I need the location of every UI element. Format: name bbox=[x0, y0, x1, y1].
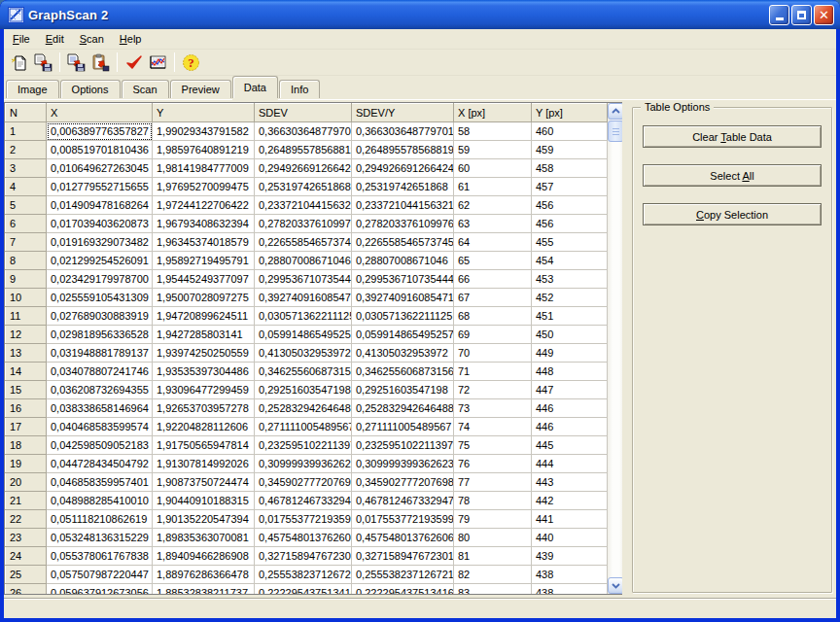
save-file-button[interactable] bbox=[31, 51, 55, 74]
table-cell[interactable]: 0,309999399362623 bbox=[352, 455, 454, 473]
table-cell[interactable]: 447 bbox=[532, 381, 608, 399]
table-cell[interactable]: 0,027689030883919 bbox=[47, 307, 153, 326]
clear-table-data-button[interactable]: Clear Table Data bbox=[643, 125, 822, 148]
table-cell[interactable]: 58 bbox=[454, 122, 532, 141]
table-cell[interactable]: 0,294926691266424 bbox=[255, 159, 352, 178]
table-cell[interactable]: 0,366303648779701 bbox=[352, 122, 454, 141]
table-cell[interactable]: 0,038338658146964 bbox=[47, 399, 153, 418]
column-header[interactable]: X [px] bbox=[454, 104, 532, 122]
table-cell[interactable]: 0,309999399362623 bbox=[255, 455, 352, 473]
tab-data[interactable]: Data bbox=[232, 76, 278, 98]
table-cell[interactable]: 0,255538237126721 bbox=[352, 566, 454, 584]
row-number[interactable]: 25 bbox=[6, 566, 47, 584]
table-cell[interactable]: 1,93974250250559 bbox=[153, 344, 255, 363]
table-cell[interactable]: 1,95007028097275 bbox=[153, 289, 255, 307]
table-cell[interactable]: 0,271111005489567 bbox=[255, 418, 352, 436]
tab-options[interactable]: Options bbox=[60, 80, 121, 98]
table-cell[interactable]: 1,98141984777009 bbox=[153, 159, 255, 178]
table-cell[interactable]: 0,059637912673056 bbox=[47, 584, 153, 596]
row-number[interactable]: 7 bbox=[6, 233, 47, 252]
export-to-file-button[interactable] bbox=[64, 51, 88, 74]
table-cell[interactable]: 448 bbox=[532, 363, 608, 381]
table-cell[interactable]: 0,299536710735444 bbox=[352, 270, 454, 289]
table-cell[interactable]: 460 bbox=[532, 122, 608, 141]
table-cell[interactable]: 1,93096477299459 bbox=[153, 381, 255, 399]
table-cell[interactable]: 1,94720899624511 bbox=[153, 307, 255, 326]
table-cell[interactable]: 0,010649627263045 bbox=[47, 159, 153, 178]
row-number[interactable]: 6 bbox=[6, 215, 47, 233]
table-cell[interactable]: 453 bbox=[532, 270, 608, 289]
table-cell[interactable]: 452 bbox=[532, 289, 608, 307]
row-number[interactable]: 15 bbox=[6, 381, 47, 399]
table-cell[interactable]: 0,467812467332947 bbox=[255, 492, 352, 510]
table-cell[interactable]: 451 bbox=[532, 307, 608, 326]
table-cell[interactable]: 458 bbox=[532, 159, 608, 178]
table-cell[interactable]: 0,051118210862619 bbox=[47, 510, 153, 529]
table-cell[interactable]: 0,048988285410010 bbox=[47, 492, 153, 510]
table-cell[interactable]: 81 bbox=[454, 547, 532, 566]
maximize-button[interactable] bbox=[791, 5, 812, 25]
table-cell[interactable]: 0,264895578568819 bbox=[352, 141, 454, 159]
table-cell[interactable]: 1,98597640891219 bbox=[153, 141, 255, 159]
table-cell[interactable]: 0,226558546573745 bbox=[352, 233, 454, 252]
table-cell[interactable]: 1,92204828112606 bbox=[153, 418, 255, 436]
table-cell[interactable]: 0,392740916085471 bbox=[352, 289, 454, 307]
table-cell[interactable]: 64 bbox=[454, 233, 532, 252]
table-cell[interactable]: 0,030571362211125 bbox=[352, 307, 454, 326]
table-cell[interactable]: 0,059914865495257 bbox=[352, 326, 454, 344]
table-cell[interactable]: 76 bbox=[454, 455, 532, 473]
row-number[interactable]: 23 bbox=[6, 529, 47, 547]
row-number[interactable]: 20 bbox=[6, 473, 47, 492]
row-number[interactable]: 12 bbox=[6, 326, 47, 344]
table-cell[interactable]: 80 bbox=[454, 529, 532, 547]
table-cell[interactable]: 449 bbox=[532, 344, 608, 363]
close-button[interactable]: ✕ bbox=[814, 5, 834, 25]
table-cell[interactable]: 0,346255606873156 bbox=[352, 363, 454, 381]
table-cell[interactable]: 0,28807008671046 bbox=[352, 252, 454, 270]
table-cell[interactable]: 450 bbox=[532, 326, 608, 344]
tab-info[interactable]: Info bbox=[279, 80, 320, 98]
table-cell[interactable]: 65 bbox=[454, 252, 532, 270]
table-cell[interactable]: 77 bbox=[454, 473, 532, 492]
table-cell[interactable]: 73 bbox=[454, 399, 532, 418]
table-cell[interactable]: 0,25319742651868 bbox=[352, 178, 454, 196]
row-number[interactable]: 26 bbox=[6, 584, 47, 596]
table-cell[interactable]: 0,294926691266424 bbox=[352, 159, 454, 178]
column-header[interactable]: N bbox=[6, 104, 47, 122]
table-cell[interactable]: 1,95445249377097 bbox=[153, 270, 255, 289]
table-cell[interactable]: 0,457548013762606 bbox=[352, 529, 454, 547]
table-cell[interactable]: 0,252832942646488 bbox=[352, 399, 454, 418]
table-cell[interactable]: 0,017553772193599 bbox=[352, 510, 454, 529]
table-cell[interactable]: 0,25319742651868 bbox=[255, 178, 352, 196]
row-number[interactable]: 19 bbox=[6, 455, 47, 473]
table-cell[interactable]: 0,366303648779701 bbox=[255, 122, 352, 141]
table-cell[interactable]: 70 bbox=[454, 344, 532, 363]
table-cell[interactable]: 0,017553772193599 bbox=[255, 510, 352, 529]
row-number[interactable]: 18 bbox=[6, 436, 47, 455]
row-number[interactable]: 24 bbox=[6, 547, 47, 566]
table-cell[interactable]: 456 bbox=[532, 215, 608, 233]
table-cell[interactable]: 0,252832942646488 bbox=[255, 399, 352, 418]
table-cell[interactable]: 0,055378061767838 bbox=[47, 547, 153, 566]
table-cell[interactable]: 74 bbox=[454, 418, 532, 436]
copy-to-clipboard-button[interactable] bbox=[88, 51, 113, 74]
table-cell[interactable]: 0,346255606873156 bbox=[255, 363, 352, 381]
table-cell[interactable]: 439 bbox=[532, 547, 608, 566]
menu-file[interactable]: File bbox=[5, 30, 38, 48]
table-cell[interactable]: 0,034078807241746 bbox=[47, 363, 153, 381]
table-cell[interactable]: 0,226558546573745 bbox=[255, 233, 352, 252]
table-cell[interactable]: 440 bbox=[532, 529, 608, 547]
menu-help[interactable]: Help bbox=[112, 30, 150, 48]
table-cell[interactable]: 454 bbox=[532, 252, 608, 270]
scroll-up-button[interactable] bbox=[608, 103, 622, 120]
table-cell[interactable]: 0,031948881789137 bbox=[47, 344, 153, 363]
table-cell[interactable]: 445 bbox=[532, 436, 608, 455]
table-cell[interactable]: 1,88532838211737 bbox=[153, 584, 255, 596]
table-cell[interactable]: 0,264895578568819 bbox=[255, 141, 352, 159]
table-cell[interactable]: 72 bbox=[454, 381, 532, 399]
table-cell[interactable]: 0,059914865495257 bbox=[255, 326, 352, 344]
table-cell[interactable]: 0,046858359957401 bbox=[47, 473, 153, 492]
table-cell[interactable]: 1,97244122706422 bbox=[153, 196, 255, 215]
tab-image[interactable]: Image bbox=[6, 80, 59, 98]
table-cell[interactable]: 0,392740916085471 bbox=[255, 289, 352, 307]
